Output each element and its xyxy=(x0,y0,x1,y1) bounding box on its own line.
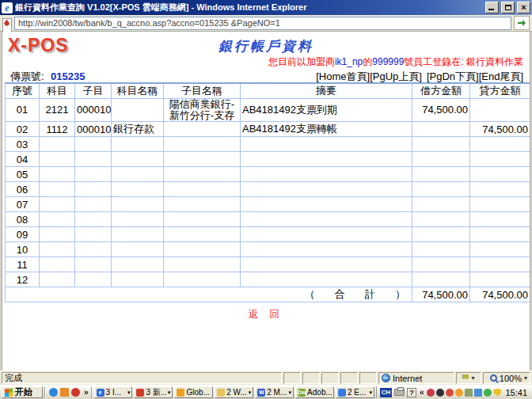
tray-network-icon[interactable] xyxy=(474,389,482,397)
start-button[interactable]: 开始 xyxy=(2,386,43,398)
col-header-seq: 序號 xyxy=(6,83,40,99)
back-link[interactable]: 返 回 xyxy=(2,307,530,321)
help-tray-icon[interactable]: ? xyxy=(407,388,416,397)
login-part3: 號員工登錄在: xyxy=(404,56,466,67)
quicklaunch-overflow-chevron[interactable]: » xyxy=(83,388,89,397)
nav-link-1[interactable]: [PgUp上頁] xyxy=(370,70,422,82)
cell-debit xyxy=(412,137,470,152)
cell-seq: 04 xyxy=(6,152,40,167)
cell-subitem_name xyxy=(164,257,241,272)
windows-flag-icon xyxy=(5,388,13,397)
col-header-subject: 科目 xyxy=(40,83,75,99)
cell-subitem xyxy=(75,227,112,242)
cell-subitem xyxy=(75,197,112,212)
task-dropdown-icon[interactable]: ▾ xyxy=(168,390,171,396)
cell-credit xyxy=(470,197,530,212)
cell-subject_name xyxy=(112,182,164,197)
cell-debit xyxy=(412,242,470,257)
tray-star-icon[interactable] xyxy=(455,389,463,397)
favicon-icon xyxy=(2,18,12,28)
cell-summary xyxy=(241,242,412,257)
cell-debit xyxy=(412,122,470,137)
cell-debit xyxy=(412,227,470,242)
taskbtn-global[interactable]: Glob... xyxy=(174,386,213,398)
task-dropdown-icon[interactable]: ▾ xyxy=(127,390,131,396)
go-button[interactable] xyxy=(514,16,530,30)
cell-seq: 01 xyxy=(6,99,40,122)
cell-seq: 12 xyxy=(6,272,40,287)
printer-tray-icon[interactable] xyxy=(394,389,405,396)
task-dropdown-icon[interactable]: ▾ xyxy=(369,390,372,396)
browser-quicklaunch-icon[interactable] xyxy=(49,388,58,397)
tray-update-icon[interactable] xyxy=(484,389,492,397)
cell-subject xyxy=(40,242,75,257)
nav-link-0[interactable]: [Home首頁] xyxy=(316,70,370,82)
tray-security-shield-icon[interactable] xyxy=(493,389,501,397)
taskbtn-excel-group[interactable]: 2 E...▾ xyxy=(336,386,374,398)
close-button[interactable]: × xyxy=(517,2,530,13)
mail-quicklaunch-icon[interactable] xyxy=(60,388,69,397)
task-dropdown-icon[interactable]: ▾ xyxy=(249,390,252,396)
task-dropdown-icon[interactable]: ▾ xyxy=(289,390,292,396)
table-row: 05 xyxy=(6,167,530,182)
taskbtn-word-group[interactable]: W2 M...▾ xyxy=(255,386,294,398)
cell-subitem_name xyxy=(164,152,241,167)
nav-link-3[interactable]: [End尾頁] xyxy=(479,70,523,82)
tray-ball-icon[interactable] xyxy=(427,389,435,397)
cell-seq: 07 xyxy=(6,197,40,212)
news-app-icon xyxy=(136,389,144,397)
table-row: 021112000010銀行存款AB4181492支票轉帳74,500.00 xyxy=(6,122,530,137)
task-button-label: 2 M... xyxy=(267,388,287,397)
minimize-button[interactable] xyxy=(485,2,499,13)
tray-icons-strip xyxy=(427,389,501,397)
ie-icon: e xyxy=(97,389,104,397)
voucher-label: 傳票號: xyxy=(10,70,44,82)
zoom-magnifier-icon xyxy=(490,374,497,382)
zoom-level: 100% xyxy=(500,374,522,383)
employee-number: 999999 xyxy=(372,56,404,67)
cell-debit xyxy=(412,167,470,182)
cell-credit xyxy=(470,152,530,167)
cell-subitem_name xyxy=(164,197,241,212)
cell-subitem_name xyxy=(164,242,241,257)
taskbtn-folder-group[interactable]: 2 W...▾ xyxy=(215,386,253,398)
total-debit: 74,500.00 xyxy=(412,287,470,302)
cell-subject_name xyxy=(112,99,164,122)
address-bar: http://win2008/tw/bank/b_q_accno.asp?acc… xyxy=(0,15,532,32)
nav-link-2[interactable]: [PgDn下頁] xyxy=(427,70,479,82)
cell-subject xyxy=(40,227,75,242)
tray-collapse-chevron[interactable]: « xyxy=(419,388,425,397)
language-indicator[interactable]: CH xyxy=(380,388,392,397)
browser-window: e 銀行資料作業查詢 V1.02[X-POS 雲端商務網] - Windows … xyxy=(0,0,532,399)
cell-subject_name xyxy=(112,272,164,287)
zoom-panel[interactable]: 100% ▾ xyxy=(483,372,530,384)
taskbtn-dreamweaver[interactable]: DwAdob... xyxy=(295,386,334,398)
maximize-button[interactable] xyxy=(501,2,515,13)
cell-summary: AB4181492支票轉帳 xyxy=(241,122,412,137)
cell-summary xyxy=(241,137,412,152)
total-row: （ 合 計 ） 74,500.00 74,500.00 xyxy=(6,287,530,302)
col-header-summary: 摘要 xyxy=(241,83,412,99)
tray-scheduler-icon[interactable] xyxy=(465,389,473,397)
table-row: 04 xyxy=(6,152,530,167)
taskbtn-ie-group[interactable]: e3 I...▾ xyxy=(94,386,133,398)
go-arrow-icon xyxy=(517,18,526,28)
tray-qq2-icon[interactable] xyxy=(446,389,454,397)
cell-subitem xyxy=(75,212,112,227)
url-input[interactable]: http://win2008/tw/bank/b_q_accno.asp?acc… xyxy=(14,17,511,30)
qq-quicklaunch-icon[interactable] xyxy=(71,388,80,397)
cell-credit xyxy=(470,272,530,287)
merchant-code: ik1_np xyxy=(335,56,363,67)
protected-mode-panel[interactable]: ▾ xyxy=(456,372,481,384)
col-header-subject_name: 科目名稱 xyxy=(112,83,164,99)
task-button-label: Adob... xyxy=(307,388,332,397)
taskbtn-news-group[interactable]: 3 新...▾ xyxy=(134,386,173,398)
cell-summary xyxy=(241,167,412,182)
taskbar: 开始 » e3 I...▾3 新...▾Glob...2 W...▾W2 M..… xyxy=(0,385,532,399)
total-label: （ 合 計 ） xyxy=(6,287,412,302)
cell-seq: 09 xyxy=(6,227,40,242)
internet-globe-icon xyxy=(382,374,390,382)
tray-qq-icon[interactable] xyxy=(436,389,444,397)
protected-mode-icon xyxy=(462,374,469,382)
task-button-label: 3 新... xyxy=(146,387,165,398)
